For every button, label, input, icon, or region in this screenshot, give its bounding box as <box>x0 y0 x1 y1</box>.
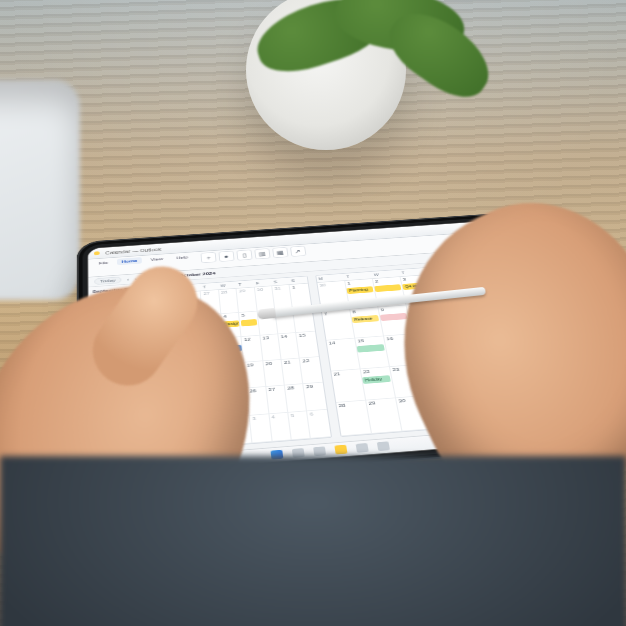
day-cell[interactable]: 3 <box>250 414 272 443</box>
plant-leaves <box>275 0 495 114</box>
app-icon <box>94 251 100 255</box>
event-bar[interactable]: Holiday <box>362 375 391 384</box>
day-cell[interactable]: 15 <box>355 336 390 369</box>
explorer-icon[interactable] <box>313 446 326 456</box>
day-cell[interactable]: 28 <box>285 384 308 412</box>
day-cell[interactable]: 6 <box>307 409 330 438</box>
day-cell[interactable]: 5 <box>288 411 311 440</box>
day-cell[interactable]: 28 <box>336 401 372 436</box>
day-cell[interactable]: 21 <box>331 369 366 403</box>
event-bar[interactable]: Planning <box>347 286 374 294</box>
event-bar[interactable] <box>375 284 402 292</box>
new-event-button[interactable]: ＋ <box>200 252 216 263</box>
window-title: Calendar — Outlook <box>105 247 161 255</box>
day-cell[interactable]: 22 <box>300 357 322 384</box>
event-bar[interactable]: Release <box>352 315 380 323</box>
today-pill[interactable]: Today <box>94 277 121 285</box>
day-cell[interactable]: 26 <box>247 387 269 415</box>
day-cell[interactable]: 4 <box>269 412 292 441</box>
settings-icon[interactable] <box>376 441 389 451</box>
today-button[interactable]: ● <box>218 251 234 262</box>
day-view-button[interactable]: ▯ <box>236 250 252 261</box>
smartphone <box>0 80 80 300</box>
tab-help[interactable]: Help <box>171 254 193 262</box>
day-cell[interactable]: 27 <box>266 385 288 413</box>
day-cell[interactable]: 22Holiday <box>360 367 395 401</box>
day-cell[interactable]: 13 <box>260 334 281 361</box>
tab-file[interactable]: File <box>94 259 113 267</box>
day-cell[interactable]: 21 <box>281 358 303 385</box>
mail-icon[interactable] <box>355 443 368 453</box>
event-bar[interactable] <box>357 344 385 352</box>
day-cell[interactable]: 29 <box>366 399 402 434</box>
day-cell[interactable]: 20 <box>263 359 285 386</box>
calendar-app-icon[interactable] <box>334 445 347 455</box>
event-bar[interactable] <box>240 319 257 326</box>
tab-home[interactable]: Home <box>117 257 143 265</box>
tab-view[interactable]: View <box>146 255 168 263</box>
prev-month-button[interactable]: ‹ <box>127 277 129 281</box>
day-cell[interactable]: 12 <box>242 336 263 363</box>
day-cell[interactable]: 15 <box>297 332 319 359</box>
week-view-button[interactable]: ▥ <box>254 248 270 259</box>
day-cell[interactable]: 29 <box>304 383 327 411</box>
event-bar[interactable] <box>380 313 408 321</box>
sweater <box>0 456 626 626</box>
share-button[interactable]: ↗ <box>290 246 307 257</box>
day-cell[interactable]: 14 <box>326 339 360 372</box>
month-view-button[interactable]: ▦ <box>272 247 288 258</box>
